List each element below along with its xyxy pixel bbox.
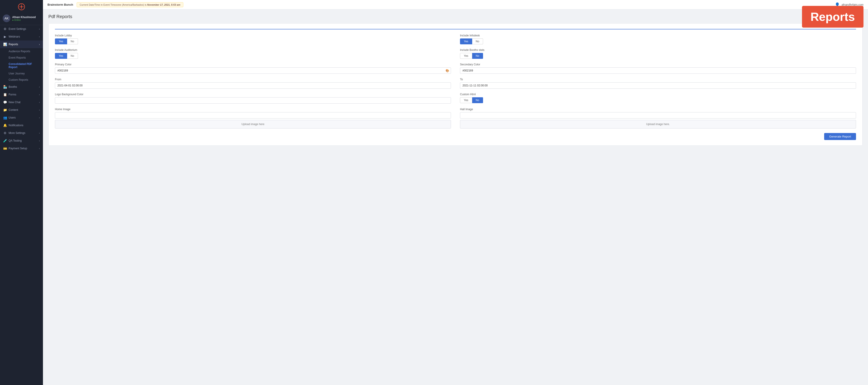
topbar: Brainstorm Bunch Current Date/Time in Ev…	[43, 0, 868, 9]
avatar: AK	[3, 14, 10, 22]
primary-color-label: Primary Color	[55, 63, 451, 66]
custom-html-toggle: Yes No	[460, 97, 856, 103]
sidebar-item-notifications[interactable]: 🔔 Notifications	[0, 121, 43, 129]
sidebar-item-label: Event Settings	[8, 27, 26, 31]
include-lobby-yes-btn[interactable]: Yes	[55, 38, 67, 45]
sidebar-sub-consolidated-pdf[interactable]: Consolidated PDF Report	[0, 61, 43, 70]
topbar-user-email: afnan@vfairs.com	[842, 3, 864, 6]
include-infodesk-label: Include Infodesk	[460, 34, 856, 37]
sidebar-sub-audience-reports[interactable]: Audience Reports	[0, 48, 43, 55]
primary-color-input[interactable]	[55, 67, 451, 74]
sidebar-item-label: More Settings	[8, 131, 25, 135]
chevron-right-icon: ‹	[39, 147, 40, 150]
forms-icon: 📋	[3, 93, 7, 96]
qa-icon: 🧪	[3, 139, 7, 143]
sidebar-logo	[0, 0, 43, 13]
sidebar-item-label: Booths	[8, 85, 17, 88]
chevron-down-icon: ›	[39, 43, 40, 46]
from-label: From	[55, 78, 451, 81]
from-group: From	[55, 78, 451, 89]
to-input[interactable]	[460, 82, 856, 89]
include-booths-yes-btn[interactable]: Yes	[460, 53, 472, 59]
custom-html-group: Custom Html Yes No	[460, 93, 856, 103]
include-infodesk-toggle: Yes No	[460, 38, 856, 45]
chevron-right-icon: ‹	[39, 109, 40, 111]
profile-name: Afnan Khushnood	[12, 16, 36, 19]
payment-icon: 💳	[3, 147, 7, 150]
home-image-input[interactable]	[55, 112, 451, 119]
custom-html-label: Custom Html	[460, 93, 856, 96]
include-lobby-toggle: Yes No	[55, 38, 451, 45]
sidebar-item-label: QA Testing	[8, 139, 22, 142]
settings-icon: ⚙	[3, 131, 7, 135]
hall-image-group: Hall Image Upload image here.	[460, 108, 856, 128]
include-lobby-group: Include Lobby Yes No	[55, 34, 451, 45]
sidebar-sub-user-journey[interactable]: User Journey	[0, 70, 43, 77]
custom-html-no-btn[interactable]: No	[472, 97, 483, 103]
sidebar-item-webinars[interactable]: ▶ Webinars ‹	[0, 33, 43, 40]
sidebar-item-qa-testing[interactable]: 🧪 QA Testing ‹	[0, 137, 43, 145]
sidebar-nav: ⚙ Event Settings ‹ ▶ Webinars ‹ 📊 Report…	[0, 25, 43, 385]
logo-bg-color-label: Logo Background Color	[55, 93, 451, 96]
include-auditorium-yes-btn[interactable]: Yes	[55, 53, 67, 59]
chevron-right-icon: ‹	[39, 101, 40, 103]
generate-report-button[interactable]: Generate Report	[824, 133, 856, 140]
custom-html-yes-btn[interactable]: Yes	[460, 97, 472, 103]
include-auditorium-toggle: Yes No	[55, 53, 451, 59]
hall-image-upload[interactable]: Upload image here.	[460, 120, 856, 128]
secondary-color-group: Secondary Color	[460, 63, 856, 74]
sidebar-item-reports[interactable]: 📊 Reports ›	[0, 40, 43, 48]
include-infodesk-yes-btn[interactable]: Yes	[460, 38, 472, 45]
sidebar-item-booths[interactable]: 🏪 Booths ‹	[0, 83, 43, 91]
sidebar-item-content[interactable]: 📁 Content ‹	[0, 106, 43, 114]
topbar-notice: Current Date/Time in Event Timezone (Ame…	[76, 2, 183, 7]
chevron-right-icon: ‹	[39, 28, 40, 30]
play-icon: ▶	[3, 35, 7, 38]
hall-image-label: Hall Image	[460, 108, 856, 111]
users-icon: 👥	[3, 116, 7, 119]
home-image-upload[interactable]: Upload image here	[55, 120, 451, 128]
sidebar-item-label: Reports	[8, 43, 18, 46]
color-picker-icon[interactable]: 🎨	[445, 69, 449, 72]
to-group: To	[460, 78, 856, 89]
include-auditorium-no-btn[interactable]: No	[67, 53, 78, 59]
sidebar-item-more-settings[interactable]: ⚙ More Settings ‹	[0, 129, 43, 137]
include-lobby-no-btn[interactable]: No	[67, 38, 78, 45]
profile-status: ● Online	[12, 19, 36, 21]
booths-icon: 🏪	[3, 85, 7, 89]
sidebar-item-new-chat[interactable]: 💬 New Chat ‹	[0, 98, 43, 106]
logo-bg-color-input[interactable]	[55, 97, 451, 103]
sidebar-item-forms[interactable]: 📋 Forms ‹	[0, 91, 43, 98]
include-booths-stats-group: Include Booths stats Yes No	[460, 49, 856, 59]
reports-icon: 📊	[3, 42, 7, 46]
topbar-datetime: November 17, 2021, 5:53 am	[147, 3, 180, 6]
sidebar-item-label: New Chat	[8, 101, 21, 104]
form-grid: Include Lobby Yes No Include Infodesk Ye…	[55, 34, 856, 128]
page-title: Pdf Reports	[49, 14, 863, 19]
chevron-right-icon: ‹	[39, 35, 40, 38]
content-icon: 📁	[3, 108, 7, 112]
event-name: Brainstorm Bunch	[48, 3, 73, 6]
sidebar-item-event-settings[interactable]: ⚙ Event Settings ‹	[0, 25, 43, 33]
sidebar-sub-event-reports[interactable]: Event Reports	[0, 55, 43, 61]
sidebar-item-users[interactable]: 👥 Users ‹	[0, 114, 43, 121]
chevron-right-icon: ‹	[39, 117, 40, 119]
pdf-reports-card: Include Lobby Yes No Include Infodesk Ye…	[49, 23, 863, 146]
gear-icon: ⚙	[3, 27, 7, 31]
include-booths-no-btn[interactable]: No	[472, 53, 483, 59]
hall-image-input[interactable]	[460, 112, 856, 119]
include-infodesk-group: Include Infodesk Yes No	[460, 34, 856, 45]
include-auditorium-label: Include Auditorium	[55, 49, 451, 52]
chevron-right-icon: ‹	[39, 132, 40, 135]
sidebar-sub-custom-reports[interactable]: Custom Reports	[0, 77, 43, 83]
sidebar-profile: AK Afnan Khushnood ● Online	[0, 13, 43, 25]
sidebar-item-label: Users	[8, 116, 16, 119]
secondary-color-input[interactable]	[460, 67, 856, 74]
include-infodesk-no-btn[interactable]: No	[472, 38, 483, 45]
chevron-right-icon: ‹	[39, 140, 40, 142]
from-input[interactable]	[55, 82, 451, 89]
chevron-right-icon: ‹	[39, 93, 40, 96]
bell-icon: 🔔	[3, 123, 7, 127]
sidebar-item-payment-setup[interactable]: 💳 Payment Setup ‹	[0, 145, 43, 152]
primary-color-group: Primary Color 🎨	[55, 63, 451, 74]
